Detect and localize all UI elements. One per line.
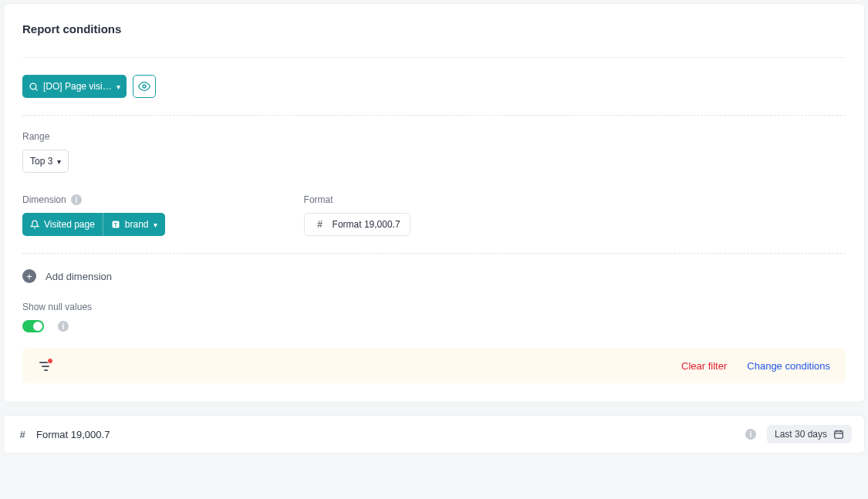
panel-title: Report conditions: [22, 22, 846, 35]
format-value: Format 19,000.7: [333, 219, 400, 230]
filter-bar: Clear filter Change conditions: [22, 348, 846, 383]
calendar-icon: [833, 429, 844, 440]
info-icon[interactable]: i: [745, 429, 756, 440]
format-label: Format: [304, 194, 410, 205]
dimension-format-row: Dimension i Visited page T brand ▾ Forma…: [22, 194, 846, 236]
clear-filter-link[interactable]: Clear filter: [681, 360, 727, 372]
info-icon[interactable]: i: [71, 194, 82, 205]
svg-rect-5: [835, 431, 843, 438]
range-label: Range: [22, 131, 846, 142]
add-dimension-label: Add dimension: [46, 271, 112, 282]
show-null-row: i: [22, 320, 846, 332]
footer-format-text: Format 19,000.7: [36, 429, 110, 440]
range-select[interactable]: Top 3 ▾: [22, 150, 69, 173]
info-icon[interactable]: i: [58, 321, 69, 332]
show-null-label: Show null values: [22, 302, 846, 312]
chevron-down-icon: ▾: [117, 83, 120, 91]
divider-dashed: [22, 253, 846, 254]
date-range-chip[interactable]: Last 30 days: [767, 425, 852, 443]
divider-dashed: [22, 115, 846, 116]
svg-line-1: [35, 89, 37, 90]
event-row: [DO] Page visi… ▾: [22, 75, 846, 98]
footer-bar: # Format 19,000.7 i Last 30 days: [3, 415, 865, 453]
dimension-block: Dimension i Visited page T brand ▾: [22, 194, 165, 236]
hash-icon: #: [16, 429, 29, 440]
divider: [22, 57, 846, 58]
chevron-down-icon: ▾: [154, 221, 157, 229]
search-icon: [29, 82, 39, 92]
report-conditions-panel: Report conditions [DO] Page visi… ▾ Rang…: [3, 3, 865, 403]
chevron-down-icon: ▾: [57, 157, 61, 166]
svg-point-0: [30, 83, 36, 89]
format-block: Format # Format 19,000.7: [304, 194, 410, 236]
type-icon: T: [111, 220, 120, 229]
change-conditions-link[interactable]: Change conditions: [747, 360, 830, 372]
bell-icon: [30, 220, 39, 229]
event-label: [DO] Page visi…: [43, 81, 112, 92]
range-block: Range Top 3 ▾: [22, 131, 846, 173]
show-null-toggle[interactable]: [22, 320, 44, 332]
dimension-chip[interactable]: Visited page T brand ▾: [22, 213, 165, 236]
add-dimension-button[interactable]: + Add dimension: [22, 269, 846, 283]
preview-button[interactable]: [133, 75, 156, 98]
event-dropdown[interactable]: [DO] Page visi… ▾: [22, 75, 127, 98]
range-value: Top 3: [30, 156, 52, 167]
dimension-chip-primary: Visited page: [22, 213, 103, 236]
hash-icon: #: [314, 219, 326, 230]
eye-icon: [138, 80, 150, 93]
footer-format: # Format 19,000.7: [16, 429, 110, 440]
plus-icon: +: [22, 269, 36, 283]
dimension-label: Dimension i: [22, 194, 165, 205]
svg-point-2: [143, 85, 146, 88]
format-select[interactable]: # Format 19,000.7: [304, 213, 410, 236]
filter-icon[interactable]: [38, 359, 53, 373]
date-range-text: Last 30 days: [775, 429, 827, 440]
dimension-chip-secondary[interactable]: T brand ▾: [103, 213, 165, 236]
svg-text:T: T: [114, 222, 118, 228]
filter-active-dot: [47, 358, 53, 364]
